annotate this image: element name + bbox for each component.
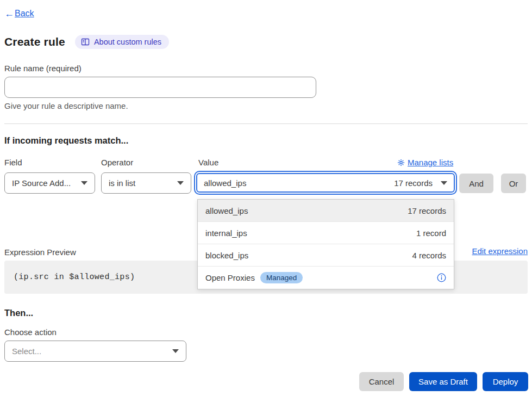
- chevron-down-icon: [81, 181, 87, 185]
- rule-name-input[interactable]: [4, 77, 316, 98]
- dropdown-option-internal-ips[interactable]: internal_ips 1 record: [198, 222, 454, 244]
- about-custom-rules-label: About custom rules: [94, 38, 161, 46]
- value-select[interactable]: allowed_ips 17 records: [194, 171, 457, 195]
- operator-select[interactable]: is in list: [101, 172, 191, 194]
- managed-badge: Managed: [260, 272, 303, 283]
- info-icon[interactable]: [437, 273, 446, 282]
- option-name: Open Proxies: [205, 273, 255, 282]
- dropdown-option-open-proxies[interactable]: Open Proxies Managed: [198, 267, 454, 289]
- back-link[interactable]: ← Back: [4, 9, 34, 18]
- expression-code: (ip.src in $allowed_ips): [14, 273, 135, 282]
- manage-lists-link[interactable]: Manage lists: [397, 158, 453, 167]
- option-meta: 17 records: [408, 206, 446, 215]
- page-title: Create rule: [4, 35, 65, 48]
- deploy-button[interactable]: Deploy: [483, 372, 528, 391]
- book-icon: [81, 38, 90, 46]
- value-select-meta: 17 records: [394, 178, 433, 188]
- back-link-label: Back: [15, 9, 34, 18]
- value-select-inner: allowed_ips 17 records: [196, 173, 455, 193]
- gear-icon: [397, 159, 405, 166]
- operator-select-value: is in list: [109, 178, 135, 188]
- value-label: Value: [198, 158, 218, 167]
- choose-action-label: Choose action: [4, 327, 57, 337]
- match-section-heading: If incoming requests match...: [4, 135, 128, 146]
- about-custom-rules-badge[interactable]: About custom rules: [75, 35, 169, 49]
- save-as-draft-button[interactable]: Save as Draft: [409, 372, 477, 391]
- action-select-placeholder: Select...: [12, 347, 41, 356]
- back-arrow-icon: ←: [4, 9, 14, 18]
- value-select-selected: allowed_ips: [204, 178, 246, 188]
- option-meta: 1 record: [416, 228, 446, 238]
- operator-label: Operator: [101, 158, 133, 167]
- section-divider: [4, 123, 528, 124]
- dropdown-option-blocked-ips[interactable]: blocked_ips 4 records: [198, 244, 454, 267]
- title-row: Create rule About custom rules: [4, 35, 169, 49]
- field-select-value: IP Source Add...: [12, 178, 71, 188]
- value-dropdown-menu: allowed_ips 17 records internal_ips 1 re…: [197, 199, 454, 289]
- manage-lists-label: Manage lists: [408, 158, 453, 167]
- or-button[interactable]: Or: [501, 174, 526, 193]
- option-meta: 4 records: [412, 251, 446, 260]
- option-name: blocked_ips: [205, 251, 248, 260]
- rule-name-label: Rule name (required): [4, 64, 82, 73]
- edit-expression-link[interactable]: Edit expression: [472, 246, 528, 256]
- chevron-down-icon: [172, 349, 179, 353]
- expression-preview-label: Expression Preview: [4, 248, 76, 257]
- dropdown-option-allowed-ips[interactable]: allowed_ips 17 records: [198, 200, 454, 222]
- field-label: Field: [4, 158, 22, 167]
- chevron-down-icon: [177, 181, 184, 185]
- and-button[interactable]: And: [459, 174, 493, 193]
- edit-expression-label: Edit expression: [472, 246, 528, 256]
- option-name: allowed_ips: [205, 206, 248, 215]
- footer-actions: Cancel Save as Draft Deploy: [359, 372, 528, 391]
- action-select[interactable]: Select...: [4, 341, 186, 362]
- rule-name-helper-text: Give your rule a descriptive name.: [4, 101, 128, 110]
- cancel-button[interactable]: Cancel: [359, 372, 404, 391]
- chevron-down-icon: [441, 181, 447, 185]
- option-name: internal_ips: [205, 228, 247, 238]
- field-select[interactable]: IP Source Add...: [4, 172, 95, 194]
- then-section-heading: Then...: [4, 308, 33, 318]
